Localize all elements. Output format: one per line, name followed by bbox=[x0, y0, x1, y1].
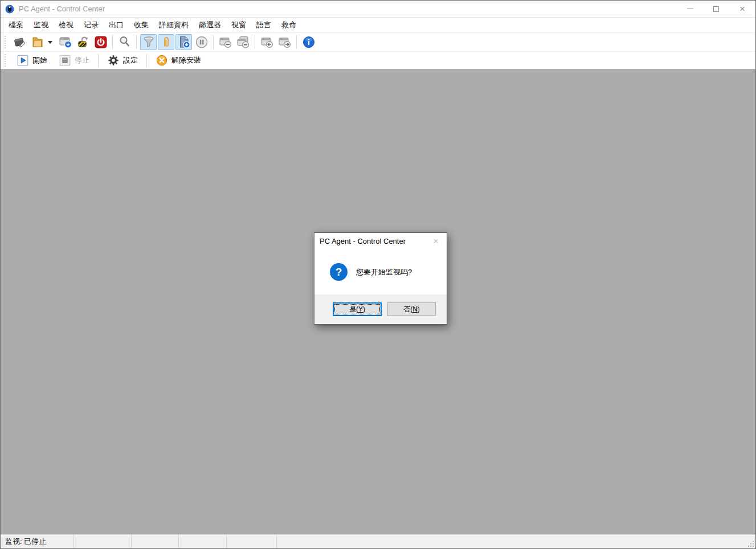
unlock-button[interactable] bbox=[75, 34, 91, 50]
actions-toolbar: 開始 停止 設定 bbox=[1, 52, 755, 69]
window-title: PC Agent - Control Center bbox=[19, 5, 677, 13]
no-label: 否( bbox=[403, 305, 412, 314]
menu-record[interactable]: 记录 bbox=[79, 18, 104, 32]
previous-window-button[interactable] bbox=[259, 34, 275, 50]
main-toolbar bbox=[1, 33, 755, 52]
svg-text:?: ? bbox=[336, 266, 342, 278]
uninstall-button[interactable]: 解除安裝 bbox=[150, 53, 206, 68]
dialog-titlebar: PC Agent - Control Center × bbox=[314, 233, 447, 249]
info-icon bbox=[302, 35, 316, 49]
resize-grip[interactable] bbox=[746, 535, 755, 548]
start-label: 開始 bbox=[32, 55, 47, 65]
stop-label: 停止 bbox=[75, 55, 89, 65]
windows-minus-icon bbox=[236, 35, 250, 49]
toolbar-separator bbox=[112, 35, 113, 49]
titlebar: PC Agent - Control Center × bbox=[1, 1, 755, 18]
log-file-toggle-button[interactable] bbox=[175, 34, 192, 50]
view-log-button[interactable] bbox=[11, 34, 28, 50]
stop-button[interactable]: 停止 bbox=[54, 53, 95, 68]
app-logo-icon bbox=[5, 5, 14, 14]
menu-help[interactable]: 救命 bbox=[276, 18, 301, 32]
power-icon bbox=[94, 35, 108, 49]
no-label-end: ) bbox=[418, 305, 420, 313]
toolbar-grip[interactable] bbox=[5, 36, 7, 48]
folder-icon bbox=[31, 35, 44, 49]
uninstall-label: 解除安裝 bbox=[171, 55, 201, 65]
paperclip-icon bbox=[160, 35, 173, 49]
dialog-footer: 是(Y) 否(N) bbox=[314, 294, 447, 324]
status-monitoring-text: 监视: 已停止 bbox=[5, 536, 46, 547]
question-icon: ? bbox=[329, 263, 348, 281]
menu-language[interactable]: 語言 bbox=[251, 18, 276, 32]
status-panel bbox=[277, 535, 746, 548]
close-button[interactable]: × bbox=[729, 1, 755, 17]
app-window: PC Agent - Control Center × 檔案 监视 檢視 记录 … bbox=[0, 0, 756, 549]
menu-view[interactable]: 檢視 bbox=[54, 18, 79, 32]
next-window-button[interactable] bbox=[276, 34, 293, 50]
window-minus-icon bbox=[219, 35, 232, 49]
status-panel bbox=[132, 535, 179, 548]
magnifier-icon bbox=[118, 35, 132, 49]
resize-grip-icon bbox=[747, 540, 754, 547]
pause-button[interactable] bbox=[193, 34, 210, 50]
toolbar-separator bbox=[98, 54, 99, 67]
close-all-windows-button[interactable] bbox=[235, 34, 251, 50]
funnel-icon bbox=[142, 35, 156, 49]
menu-file[interactable]: 檔案 bbox=[3, 18, 28, 32]
maximize-icon bbox=[713, 6, 719, 12]
menu-monitor[interactable]: 监视 bbox=[28, 18, 54, 32]
toolbar-separator bbox=[213, 35, 214, 49]
close-icon: × bbox=[433, 236, 438, 247]
dialog-title: PC Agent - Control Center bbox=[320, 237, 425, 245]
dialog-body: ? 您要开始监视吗? bbox=[314, 249, 447, 294]
about-button[interactable] bbox=[300, 34, 317, 50]
toolbar-grip[interactable] bbox=[5, 54, 7, 67]
maximize-button[interactable] bbox=[703, 1, 729, 17]
toolbar-separator bbox=[255, 35, 255, 49]
pause-icon bbox=[195, 35, 209, 49]
filter-toggle-button[interactable] bbox=[140, 34, 157, 50]
settings-label: 設定 bbox=[123, 55, 138, 65]
open-folder-button[interactable] bbox=[29, 34, 46, 50]
menu-window[interactable]: 視窗 bbox=[226, 18, 251, 32]
window-download-icon bbox=[59, 35, 72, 49]
start-button[interactable]: 開始 bbox=[11, 53, 52, 68]
play-icon bbox=[17, 54, 29, 67]
settings-button[interactable]: 設定 bbox=[102, 53, 143, 68]
gear-icon bbox=[107, 54, 120, 67]
minimize-icon bbox=[687, 9, 693, 9]
close-window-button[interactable] bbox=[217, 34, 234, 50]
status-monitoring: 监视: 已停止 bbox=[1, 535, 74, 548]
yes-button[interactable]: 是(Y) bbox=[333, 302, 382, 316]
dialog-message: 您要开始监视吗? bbox=[356, 267, 412, 277]
yes-label-end: ) bbox=[363, 305, 365, 313]
search-button[interactable] bbox=[116, 34, 133, 50]
chevron-down-icon bbox=[48, 41, 52, 44]
attachment-toggle-button[interactable] bbox=[158, 34, 174, 50]
status-panel bbox=[74, 535, 132, 548]
power-button[interactable] bbox=[92, 34, 109, 50]
notebook-pencil-icon bbox=[13, 35, 27, 49]
window-controls: × bbox=[677, 1, 755, 17]
window-arrow-left-icon bbox=[260, 35, 274, 49]
minimize-button[interactable] bbox=[677, 1, 703, 17]
yes-key: Y bbox=[358, 305, 363, 313]
dialog-close-button[interactable]: × bbox=[425, 233, 447, 249]
toolbar-separator bbox=[136, 35, 137, 49]
menu-collect[interactable]: 收集 bbox=[129, 18, 154, 32]
menu-export[interactable]: 出口 bbox=[104, 18, 129, 32]
stop-icon bbox=[59, 54, 71, 67]
padlock-open-icon bbox=[76, 35, 90, 49]
toolbar-separator bbox=[296, 35, 297, 49]
install-agent-button[interactable] bbox=[57, 34, 73, 50]
no-button[interactable]: 否(N) bbox=[387, 302, 436, 316]
no-key: N bbox=[412, 305, 418, 313]
confirm-dialog: PC Agent - Control Center × ? 您要开始监视吗? 是… bbox=[314, 232, 447, 325]
menu-details[interactable]: 詳細資料 bbox=[154, 18, 194, 32]
close-icon: × bbox=[739, 4, 745, 14]
toolbar-separator bbox=[146, 54, 147, 67]
window-arrow-right-icon bbox=[278, 35, 292, 49]
cancel-circle-icon bbox=[156, 54, 168, 67]
open-folder-dropdown[interactable] bbox=[46, 34, 54, 50]
menu-filter[interactable]: 篩選器 bbox=[194, 18, 226, 32]
